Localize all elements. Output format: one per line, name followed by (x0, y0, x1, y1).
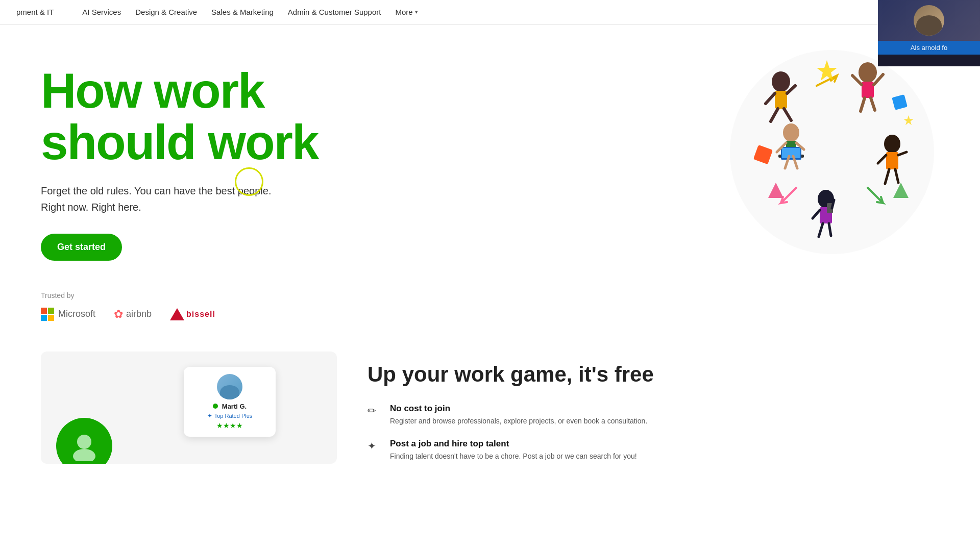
hero-left: How work should work Forget the old rule… (41, 55, 318, 321)
svg-point-1 (772, 71, 790, 92)
profile-badge: ✦ Top Rated Plus (193, 412, 266, 419)
green-circle (56, 418, 112, 464)
nav-item-admin[interactable]: Admin & Customer Support (288, 8, 381, 16)
upsell-title: Up your work game, it's free (368, 362, 909, 387)
nav-item-ai-services[interactable]: AI Services (82, 8, 121, 16)
logo-row: Microsoft ✿ airbnb bissell (41, 308, 318, 321)
svg-point-41 (77, 435, 91, 449)
trusted-by-section: Trusted by Microsoft ✿ airbnb (41, 291, 318, 321)
bissell-text: bissell (186, 310, 215, 319)
online-indicator (213, 404, 218, 409)
no-cost-icon: ✏ (368, 405, 382, 427)
ms-grid-icon (41, 308, 54, 321)
nav-item-more[interactable]: More ▾ (395, 8, 418, 16)
badge-icon: ✦ (207, 412, 212, 419)
bottom-section: Marti G. ✦ Top Rated Plus ★★★★ Up your w… (0, 352, 980, 484)
trusted-label: Trusted by (41, 291, 318, 299)
svg-point-42 (73, 449, 95, 461)
nav-partial-left: pment & IT (16, 8, 54, 16)
feature-row-1: ✦ Post a job and hire top talent Finding… (368, 439, 909, 462)
feature-1-desc: Finding talent doesn't have to be a chor… (390, 451, 637, 462)
video-label: Als arnold fo (878, 41, 980, 55)
bissell-logo: bissell (170, 308, 215, 320)
microsoft-text: Microsoft (58, 309, 95, 319)
airbnb-text: airbnb (126, 309, 152, 319)
svg-point-22 (884, 135, 900, 153)
navbar: pment & IT AI Services Design & Creative… (0, 0, 980, 24)
profile-name: Marti G. (222, 403, 247, 410)
video-call-overlay: Als arnold fo (878, 0, 980, 66)
feature-0-desc: Register and browse professionals, explo… (390, 416, 647, 427)
nav-item-design[interactable]: Design & Creative (135, 8, 197, 16)
microsoft-logo: Microsoft (41, 308, 95, 321)
nav-item-sales[interactable]: Sales & Marketing (211, 8, 274, 16)
avatar (914, 5, 944, 36)
feature-1-text: Post a job and hire top talent Finding t… (390, 439, 637, 462)
star-rating: ★★★★ (193, 421, 266, 430)
hero-illustration (725, 45, 939, 300)
chevron-down-icon: ▾ (415, 9, 418, 15)
get-started-button[interactable]: Get started (41, 234, 122, 261)
upsell-section: Up your work game, it's free ✏ No cost t… (337, 352, 939, 484)
hero-section: How work should work Forget the old rule… (0, 24, 980, 341)
profile-card: Marti G. ✦ Top Rated Plus ★★★★ (184, 367, 276, 437)
video-person (878, 0, 980, 41)
svg-point-7 (783, 123, 799, 142)
svg-rect-23 (886, 152, 898, 169)
hero-title: How work should work (41, 65, 318, 168)
svg-rect-11 (782, 148, 800, 158)
hero-subtitle: Forget the old rules. You can have the b… (41, 183, 296, 215)
bottom-card: Marti G. ✦ Top Rated Plus ★★★★ (41, 352, 337, 464)
svg-rect-2 (775, 91, 787, 109)
badge-text: Top Rated Plus (214, 413, 253, 419)
svg-point-16 (859, 62, 877, 83)
airbnb-logo: ✿ airbnb (114, 308, 152, 321)
bissell-triangle-icon (170, 308, 184, 320)
feature-0-text: No cost to join Register and browse prof… (390, 404, 647, 427)
post-job-icon: ✦ (368, 440, 382, 462)
feature-row-0: ✏ No cost to join Register and browse pr… (368, 404, 909, 427)
avatar (217, 374, 242, 399)
airbnb-icon: ✿ (114, 308, 123, 321)
svg-rect-17 (862, 82, 874, 98)
feature-1-title: Post a job and hire top talent (390, 439, 637, 449)
feature-0-title: No cost to join (390, 404, 647, 414)
